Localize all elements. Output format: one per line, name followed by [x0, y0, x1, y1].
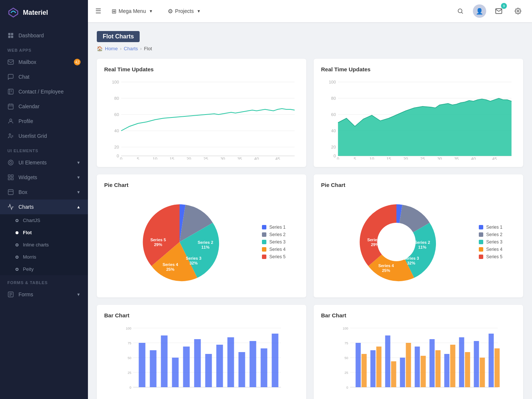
- sidebar-item-forms-label: Forms: [18, 291, 33, 297]
- bar-chart-1-area: 100 75 50 25 0: [104, 324, 299, 398]
- svg-text:30: 30: [220, 157, 225, 160]
- bar-chart-2: Bar Chart 100 75 50 25 0: [314, 305, 523, 399]
- logo[interactable]: Materiel: [0, 0, 88, 25]
- mega-menu-button[interactable]: ⊞ Mega Menu ▼: [107, 6, 157, 17]
- breadcrumb-charts[interactable]: Charts: [124, 46, 138, 51]
- projects-chevron: ▼: [197, 9, 201, 13]
- svg-text:29%: 29%: [371, 242, 379, 247]
- legend-label-d2: Series 2: [486, 232, 502, 237]
- sidebar-item-box[interactable]: Box ▼: [0, 185, 88, 200]
- legend-item-d1: Series 1: [479, 225, 516, 230]
- pie-chart-2-svg-wrap: Series 2 11% Series 3 32% Series 4 25% S…: [321, 198, 471, 286]
- widgets-chevron: ▼: [76, 175, 81, 180]
- pie-chart-1-svg: Series 2 11% Series 3 32% Series 4 25% S…: [135, 198, 224, 286]
- svg-rect-19: [8, 175, 10, 177]
- legend-label-1: Series 1: [269, 225, 286, 230]
- svg-text:20: 20: [187, 157, 191, 160]
- legend-dot-d4: [479, 247, 483, 252]
- svg-point-17: [8, 160, 13, 165]
- submenu-chartjs[interactable]: ChartJS: [0, 214, 88, 226]
- breadcrumb-home[interactable]: Home: [105, 46, 118, 51]
- pie-chart-2-title: Pie Chart: [321, 182, 516, 188]
- sidebar-item-calendar[interactable]: Calendar: [0, 99, 88, 114]
- settings-button[interactable]: [511, 4, 525, 18]
- inline-charts-dot: [16, 243, 18, 246]
- sidebar-item-mailbox[interactable]: Mailbox 42: [0, 55, 88, 69]
- settings-icon: [515, 8, 521, 14]
- dashboard-icon: [7, 32, 14, 39]
- sidebar-item-contact-employee[interactable]: Contact / Employee: [0, 84, 88, 99]
- svg-rect-3: [11, 36, 13, 38]
- svg-rect-134: [391, 361, 396, 387]
- submenu-flot[interactable]: Flot: [0, 226, 88, 239]
- sidebar-item-profile[interactable]: Profile: [0, 114, 88, 129]
- ui-elements-chevron: ▼: [76, 160, 81, 165]
- sidebar-item-dashboard[interactable]: Dashboard: [0, 28, 88, 43]
- svg-point-87: [378, 224, 415, 260]
- svg-text:25: 25: [204, 157, 208, 160]
- svg-text:100: 100: [329, 80, 336, 84]
- svg-text:20: 20: [114, 145, 119, 149]
- sidebar-item-ui-elements[interactable]: UI Elements ▼: [0, 155, 88, 170]
- svg-rect-22: [11, 178, 13, 180]
- legend-dot-5: [262, 255, 266, 259]
- legend-dot-d2: [479, 232, 483, 237]
- forms-chevron: ▼: [76, 292, 81, 297]
- pie-chart-2-svg: Series 2 11% Series 3 32% Series 4 25% S…: [352, 198, 441, 286]
- svg-rect-144: [465, 352, 470, 387]
- main-area: ☰ ⊞ Mega Menu ▼ ⚙ Projects ▼ 👤: [88, 0, 532, 399]
- svg-rect-115: [239, 352, 245, 387]
- charts-grid: Real Time Updates 100 80 60: [97, 59, 523, 399]
- svg-rect-130: [362, 354, 367, 387]
- legend-dot-d3: [479, 240, 483, 244]
- sidebar-item-dashboard-label: Dashboard: [18, 33, 44, 38]
- svg-marker-76: [338, 98, 512, 156]
- sidebar-item-chat-label: Chat: [18, 74, 30, 80]
- contact-icon: [7, 88, 14, 95]
- svg-rect-141: [444, 354, 450, 387]
- calendar-icon: [7, 103, 14, 110]
- pie-chart-1-svg-wrap: Series 2 11% Series 3 32% Series 4 25% S…: [104, 198, 255, 286]
- submenu-flot-label: Flot: [23, 230, 32, 235]
- page-content: Flot Charts 🏠 Home › Charts › Flot Real …: [88, 22, 532, 399]
- svg-rect-118: [272, 334, 279, 387]
- svg-text:Series 2: Series 2: [414, 240, 430, 245]
- svg-rect-107: [150, 350, 157, 387]
- svg-text:0: 0: [129, 386, 131, 389]
- svg-point-13: [10, 119, 12, 121]
- hamburger-button[interactable]: ☰: [95, 7, 101, 15]
- sidebar-item-charts[interactable]: Charts ▲: [0, 200, 88, 214]
- svg-point-18: [10, 161, 12, 164]
- legend-dot-3: [262, 240, 266, 244]
- sidebar-item-mailbox-label: Mailbox: [18, 59, 36, 65]
- legend-label-4: Series 4: [269, 247, 286, 252]
- submenu-inline-charts[interactable]: Inline charts: [0, 239, 88, 251]
- sidebar-item-userlist-grid[interactable]: Userlist Grid: [0, 129, 88, 143]
- submenu-peity[interactable]: Peity: [0, 263, 88, 275]
- user-avatar[interactable]: 👤: [473, 4, 486, 18]
- profile-icon: [7, 118, 14, 125]
- pie-chart-1-title: Pie Chart: [104, 182, 299, 188]
- sidebar-item-userlist-label: Userlist Grid: [18, 133, 47, 139]
- sidebar-item-chat[interactable]: Chat: [0, 69, 88, 84]
- sidebar-item-forms[interactable]: Forms ▼: [0, 287, 88, 302]
- projects-icon: ⚙: [168, 8, 173, 15]
- pie-chart-2: Pie Chart: [314, 174, 523, 297]
- bar-chart-1-title: Bar Chart: [104, 312, 299, 318]
- svg-text:30: 30: [437, 157, 442, 160]
- submenu-morris[interactable]: Morris: [0, 251, 88, 263]
- bar-chart-2-area: 100 75 50 25 0: [321, 324, 516, 398]
- sidebar-item-widgets[interactable]: Widgets ▼: [0, 170, 88, 185]
- mail-button[interactable]: 9: [492, 4, 505, 18]
- svg-text:35: 35: [237, 157, 242, 160]
- svg-text:40: 40: [114, 129, 119, 133]
- projects-button[interactable]: ⚙ Projects ▼: [163, 6, 205, 17]
- svg-text:80: 80: [114, 96, 119, 100]
- legend-item-d2: Series 2: [479, 232, 516, 237]
- svg-rect-137: [415, 347, 420, 387]
- svg-text:75: 75: [344, 341, 348, 345]
- svg-rect-147: [489, 334, 494, 387]
- svg-text:45: 45: [492, 157, 497, 160]
- submenu-chartjs-label: ChartJS: [23, 218, 40, 223]
- search-button[interactable]: [454, 4, 467, 18]
